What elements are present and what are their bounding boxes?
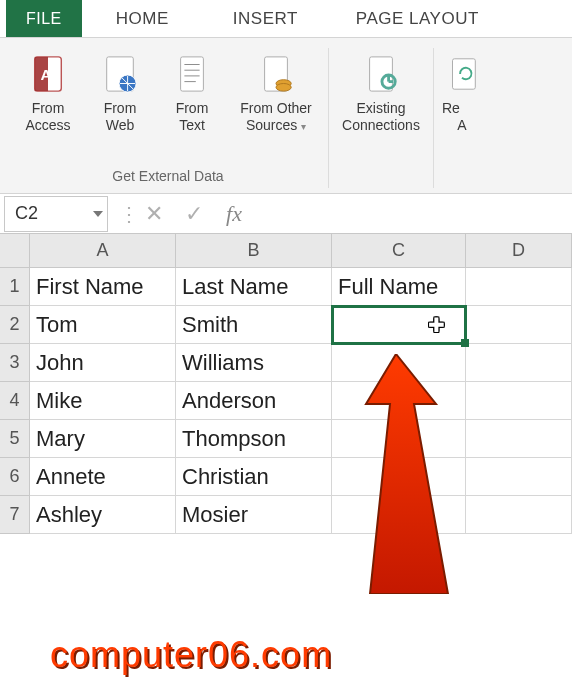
cell-d3[interactable] [466, 344, 572, 382]
from-text-label2: Text [179, 117, 205, 134]
cell-b2[interactable]: Smith [176, 306, 332, 344]
refresh-icon [442, 52, 482, 96]
cell-a6[interactable]: Annete [30, 458, 176, 496]
cell-c7[interactable] [332, 496, 466, 534]
row-header-1[interactable]: 1 [0, 268, 30, 306]
cell-b3[interactable]: Williams [176, 344, 332, 382]
formula-bar-row: C2 ⋮ ✕ ✓ fx [0, 194, 572, 234]
from-access-label1: From [32, 100, 65, 117]
column-header-b[interactable]: B [176, 234, 332, 268]
cell-a1[interactable]: First Name [30, 268, 176, 306]
cell-d5[interactable] [466, 420, 572, 458]
cell-a5[interactable]: Mary [30, 420, 176, 458]
table-row: 4 Mike Anderson [0, 382, 572, 420]
cell-c2[interactable]: ✚ [332, 306, 466, 344]
table-row: 2 Tom Smith ✚ [0, 306, 572, 344]
fill-handle[interactable] [461, 339, 469, 347]
from-web-button[interactable]: From Web [88, 48, 152, 166]
from-text-label1: From [176, 100, 209, 117]
watermark: computer06.com [50, 634, 332, 676]
row-header-5[interactable]: 5 [0, 420, 30, 458]
insert-function-button[interactable]: fx [214, 198, 254, 230]
name-box-value: C2 [15, 203, 38, 224]
ribbon: A From Access From Web From Text [0, 38, 572, 194]
existing-connections-icon [361, 52, 401, 96]
tab-file[interactable]: FILE [6, 0, 82, 37]
cell-c5[interactable] [332, 420, 466, 458]
dropdown-arrow-icon: ▾ [301, 121, 306, 132]
cancel-formula-icon[interactable]: ✕ [134, 198, 174, 230]
ribbon-group-external-data: A From Access From Web From Text [8, 48, 329, 188]
cell-b4[interactable]: Anderson [176, 382, 332, 420]
cell-d2[interactable] [466, 306, 572, 344]
cell-b7[interactable]: Mosier [176, 496, 332, 534]
row-header-6[interactable]: 6 [0, 458, 30, 496]
fx-icon: fx [226, 201, 242, 227]
refresh-label2: A [457, 117, 466, 134]
column-headers: A B C D [0, 234, 572, 268]
accept-formula-icon[interactable]: ✓ [174, 198, 214, 230]
from-web-label2: Web [106, 117, 135, 134]
ribbon-group-connections: Existing Connections [329, 48, 434, 188]
ribbon-group-label-external: Get External Data [112, 166, 223, 184]
spreadsheet-grid[interactable]: A B C D 1 First Name Last Name Full Name… [0, 234, 572, 654]
ribbon-group-partial: Re A [434, 48, 564, 134]
formula-bar-input[interactable] [254, 196, 572, 232]
separator-icon: ⋮ [124, 202, 134, 226]
from-access-label2: Access [25, 117, 70, 134]
from-other-label2: Sources [246, 117, 297, 133]
table-row: 3 John Williams [0, 344, 572, 382]
tab-insert[interactable]: INSERT [215, 0, 316, 37]
web-icon [100, 52, 140, 96]
svg-point-12 [276, 84, 291, 92]
table-row: 7 Ashley Mosier [0, 496, 572, 534]
row-header-3[interactable]: 3 [0, 344, 30, 382]
from-other-label1: From Other [240, 100, 312, 117]
row-header-7[interactable]: 7 [0, 496, 30, 534]
cell-a2[interactable]: Tom [30, 306, 176, 344]
existing-connections-button[interactable]: Existing Connections [337, 48, 425, 166]
column-header-a[interactable]: A [30, 234, 176, 268]
cell-d1[interactable] [466, 268, 572, 306]
ribbon-group-label-conn [379, 166, 383, 184]
cell-a4[interactable]: Mike [30, 382, 176, 420]
existing-conn-label1: Existing [356, 100, 405, 117]
refresh-label1: Re [442, 100, 460, 117]
column-header-c[interactable]: C [332, 234, 466, 268]
cursor-plus-icon: ✚ [428, 313, 445, 337]
column-header-d[interactable]: D [466, 234, 572, 268]
existing-conn-label2: Connections [342, 117, 420, 134]
tab-page-layout[interactable]: PAGE LAYOUT [338, 0, 497, 37]
access-icon: A [28, 52, 68, 96]
from-text-button[interactable]: From Text [160, 48, 224, 166]
svg-text:A: A [40, 66, 51, 83]
select-all-corner[interactable] [0, 234, 30, 268]
row-header-2[interactable]: 2 [0, 306, 30, 344]
cell-c3[interactable] [332, 344, 466, 382]
text-icon [172, 52, 212, 96]
cell-d7[interactable] [466, 496, 572, 534]
from-web-label1: From [104, 100, 137, 117]
cell-a3[interactable]: John [30, 344, 176, 382]
name-box[interactable]: C2 [4, 196, 108, 232]
table-row: 1 First Name Last Name Full Name [0, 268, 572, 306]
chevron-down-icon[interactable] [93, 211, 103, 217]
tab-home[interactable]: HOME [98, 0, 187, 37]
cell-a7[interactable]: Ashley [30, 496, 176, 534]
cell-b6[interactable]: Christian [176, 458, 332, 496]
cell-b5[interactable]: Thompson [176, 420, 332, 458]
table-row: 6 Annete Christian [0, 458, 572, 496]
cell-c6[interactable] [332, 458, 466, 496]
cell-b1[interactable]: Last Name [176, 268, 332, 306]
cell-d6[interactable] [466, 458, 572, 496]
refresh-all-button[interactable]: Re A [442, 48, 482, 134]
from-access-button[interactable]: A From Access [16, 48, 80, 166]
cell-d4[interactable] [466, 382, 572, 420]
from-other-sources-button[interactable]: From Other Sources ▾ [232, 48, 320, 166]
svg-rect-5 [181, 57, 204, 91]
rows-area: 1 First Name Last Name Full Name 2 Tom S… [0, 268, 572, 534]
cell-c1[interactable]: Full Name [332, 268, 466, 306]
row-header-4[interactable]: 4 [0, 382, 30, 420]
table-row: 5 Mary Thompson [0, 420, 572, 458]
cell-c4[interactable] [332, 382, 466, 420]
